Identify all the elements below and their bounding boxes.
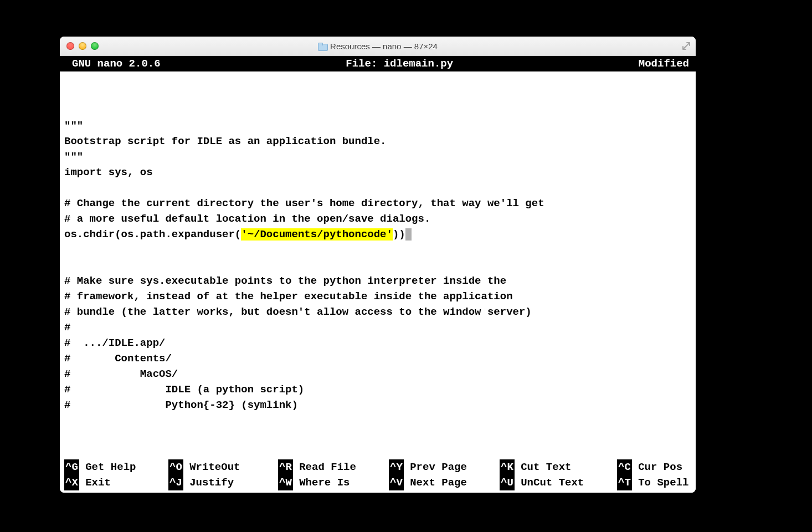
terminal-window: Resources — nano — 87×24 GNU nano 2.0.6 … [60, 37, 696, 493]
shortcut-label: WriteOut [183, 459, 240, 475]
shortcut-label: Get Help [79, 459, 136, 475]
shortcut-label: Read File [293, 459, 356, 475]
shortcut-cut-text: ^K Cut Text [500, 459, 617, 475]
shortcut-key: ^J [168, 475, 183, 490]
chdir-suffix: )) [393, 228, 405, 241]
window-title: Resources — nano — 87×24 [60, 42, 696, 51]
shortcut-next-page: ^V Next Page [389, 475, 500, 490]
shortcut-key: ^W [278, 475, 293, 490]
shortcut-to-spell: ^T To Spell [617, 475, 688, 490]
nano-version: GNU nano 2.0.6 [64, 56, 161, 71]
zoom-icon[interactable] [91, 42, 99, 50]
terminal-body[interactable]: GNU nano 2.0.6 File: idlemain.py Modifie… [60, 56, 696, 493]
shortcut-label: Justify [183, 475, 234, 490]
window-title-text: Resources — nano — 87×24 [330, 42, 438, 51]
titlebar[interactable]: Resources — nano — 87×24 [60, 37, 696, 56]
shortcut-key: ^V [389, 475, 404, 490]
shortcut-row: ^X Exit ^J Justify ^W Where Is ^V Next P… [64, 475, 691, 490]
shortcut-key: ^X [64, 475, 79, 490]
nano-file-label: File: idlemain.py [161, 56, 639, 71]
shortcut-label: Exit [79, 475, 111, 490]
shortcut-key: ^K [500, 459, 515, 475]
code-block-after: # Make sure sys.executable points to the… [64, 275, 532, 411]
shortcut-uncut-text: ^U UnCut Text [500, 475, 617, 490]
chdir-line: os.chdir(os.path.expanduser('~/Documents… [64, 228, 412, 241]
nano-header: GNU nano 2.0.6 File: idlemain.py Modifie… [60, 56, 696, 71]
shortcut-where-is: ^W Where Is [278, 475, 389, 490]
highlighted-path: '~/Documents/pythoncode' [241, 228, 393, 241]
shortcut-cur-pos: ^C Cur Pos [617, 459, 682, 475]
editor-area[interactable]: """ Bootstrap script for IDLE as an appl… [60, 71, 696, 459]
shortcut-key: ^T [617, 475, 632, 490]
shortcut-label: UnCut Text [515, 475, 584, 490]
folder-icon [318, 43, 327, 50]
shortcut-writeout: ^O WriteOut [168, 459, 278, 475]
code-block-before: """ Bootstrap script for IDLE as an appl… [64, 120, 544, 225]
fullscreen-icon[interactable] [681, 41, 691, 51]
shortcut-key: ^C [617, 459, 632, 475]
window-controls [60, 42, 99, 50]
chdir-prefix: os.chdir(os.path.expanduser( [64, 228, 241, 241]
close-icon[interactable] [66, 42, 74, 50]
shortcut-label: Next Page [404, 475, 467, 490]
shortcut-key: ^R [278, 459, 293, 475]
shortcut-prev-page: ^Y Prev Page [389, 459, 500, 475]
shortcut-label: Cur Pos [632, 459, 682, 475]
nano-shortcuts: ^G Get Help ^O WriteOut ^R Read File ^Y … [60, 459, 696, 493]
shortcut-label: To Spell [632, 475, 689, 490]
shortcut-justify: ^J Justify [168, 475, 278, 490]
shortcut-key: ^O [168, 459, 183, 475]
nano-modified: Modified [639, 56, 691, 71]
shortcut-label: Cut Text [515, 459, 572, 475]
shortcut-get-help: ^G Get Help [64, 459, 168, 475]
shortcut-label: Where Is [293, 475, 350, 490]
shortcut-exit: ^X Exit [64, 475, 168, 490]
text-cursor [405, 228, 412, 241]
shortcut-label: Prev Page [404, 459, 467, 475]
minimize-icon[interactable] [79, 42, 86, 50]
shortcut-key: ^G [64, 459, 79, 475]
editor-line [64, 413, 691, 428]
shortcut-key: ^U [500, 475, 515, 490]
shortcut-row: ^G Get Help ^O WriteOut ^R Read File ^Y … [64, 459, 691, 475]
editor-line [64, 87, 691, 103]
shortcut-key: ^Y [389, 459, 404, 475]
shortcut-read-file: ^R Read File [278, 459, 389, 475]
